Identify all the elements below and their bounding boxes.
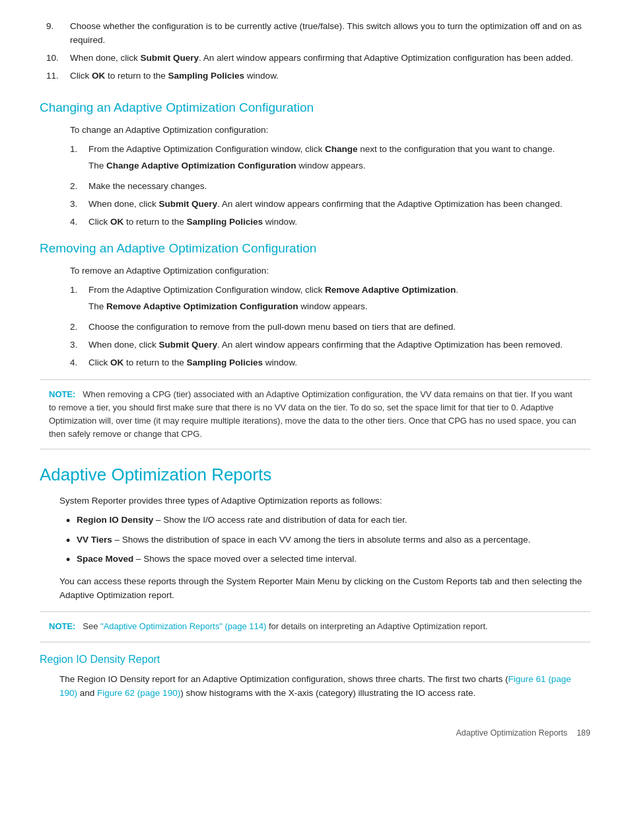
step-num-r1: 1. [70, 284, 88, 317]
bullet-region-io: • Region IO Density – Show the I/O acces… [59, 514, 590, 529]
bold-change: Change [325, 144, 358, 154]
step-num-1: 1. [70, 143, 88, 176]
bold-change-window: Change Adaptive Optimization Configurati… [106, 161, 297, 171]
removing-step-2: 2. Choose the configuration to remove fr… [70, 321, 590, 334]
ao-reports-heading: Adaptive Optimization Reports [40, 461, 590, 488]
step-content-4: Click OK to return to the Sampling Polic… [88, 215, 590, 229]
ao-reports-section: Adaptive Optimization Reports System Rep… [40, 461, 590, 642]
note-label-2: NOTE: [49, 621, 83, 631]
bullet-space-moved: • Space Moved – Shows the space moved ov… [59, 553, 590, 568]
bold-ok-3: OK [110, 358, 123, 367]
figure-62-link[interactable]: Figure 62 (page 190) [97, 688, 180, 698]
removing-step-1: 1. From the Adaptive Optimization Config… [70, 284, 590, 317]
removing-note-text: When removing a CPG (tier) associated wi… [49, 389, 576, 439]
bullet-dot-3: • [66, 553, 77, 568]
note-label-1: NOTE: [49, 389, 83, 399]
step-num-r3: 3. [70, 338, 88, 352]
step-num-r4: 4. [70, 356, 88, 370]
list-item-10: 10. When done, click Submit Query. An al… [40, 52, 590, 65]
bold-ok-1: OK [92, 71, 105, 81]
bold-vv-tiers: VV Tiers [77, 535, 112, 545]
changing-step-4: 4. Click OK to return to the Sampling Po… [70, 215, 590, 229]
region-io-content: The Region IO Density report for an Adap… [40, 673, 590, 701]
list-num-11: 11. [46, 69, 70, 83]
bold-ok-2: OK [110, 217, 123, 227]
step-num-r2: 2. [70, 321, 88, 334]
ao-reports-note-link[interactable]: "Adaptive Optimization Reports" (page 11… [100, 621, 266, 631]
bold-submit-query-2: Submit Query [159, 199, 218, 209]
footer-text: Adaptive Optimization Reports 189 [456, 727, 590, 740]
list-num-9: 9. [46, 20, 70, 48]
step-num-4: 4. [70, 215, 88, 229]
bullet-vv-tiers: • VV Tiers – Shows the distribution of s… [59, 533, 590, 549]
list-num-10: 10. [46, 52, 70, 65]
bold-space-moved: Space Moved [77, 554, 133, 564]
step-num-3: 3. [70, 198, 88, 211]
ao-reports-note-text: See "Adaptive Optimization Reports" (pag… [83, 621, 487, 631]
bold-sampling-1: Sampling Policies [168, 71, 245, 81]
bold-remove-window: Remove Adaptive Optimization Configurati… [106, 301, 298, 311]
bullet-dot-2: • [66, 533, 77, 549]
step-content-1: From the Adaptive Optimization Configura… [88, 143, 590, 176]
list-text-10: When done, click Submit Query. An alert … [70, 52, 590, 65]
changing-heading: Changing an Adaptive Optimization Config… [40, 98, 590, 117]
removing-steps: 1. From the Adaptive Optimization Config… [70, 284, 590, 370]
step-content-2: Make the necessary changes. [88, 180, 590, 194]
region-io-section: Region IO Density Report The Region IO D… [40, 652, 590, 701]
step-content-r2: Choose the configuration to remove from … [88, 321, 590, 334]
changing-section: Changing an Adaptive Optimization Config… [40, 98, 590, 229]
page-content: 9. Choose whether the configuration is t… [40, 20, 590, 740]
bold-region-io: Region IO Density [77, 515, 153, 525]
region-io-text: The Region IO Density report for an Adap… [59, 673, 590, 701]
removing-content: To remove an Adaptive Optimization confi… [40, 264, 590, 370]
list-text-11: Click OK to return to the Sampling Polic… [70, 69, 590, 83]
step-content-r1: From the Adaptive Optimization Configura… [88, 284, 590, 317]
changing-content: To change an Adaptive Optimization confi… [40, 124, 590, 229]
removing-heading: Removing an Adaptive Optimization Config… [40, 239, 590, 258]
removing-note-box: NOTE: When removing a CPG (tier) associa… [40, 379, 590, 450]
removing-step-4: 4. Click OK to return to the Sampling Po… [70, 356, 590, 370]
removing-step-3: 3. When done, click Submit Query. An ale… [70, 338, 590, 352]
step-content-3: When done, click Submit Query. An alert … [88, 198, 590, 211]
bold-sampling-3: Sampling Policies [187, 358, 263, 367]
intro-list: 9. Choose whether the configuration is t… [40, 20, 590, 83]
changing-step-2: 2. Make the necessary changes. [70, 180, 590, 194]
bold-submit-query-1: Submit Query [141, 53, 199, 63]
changing-step-1: 1. From the Adaptive Optimization Config… [70, 143, 590, 176]
step-num-2: 2. [70, 180, 88, 194]
bold-submit-query-3: Submit Query [159, 340, 218, 350]
bullet-text-2: VV Tiers – Shows the distribution of spa… [77, 533, 590, 547]
region-io-heading: Region IO Density Report [40, 652, 590, 668]
step-sub-r1: The Remove Adaptive Optimization Configu… [88, 300, 590, 314]
list-text-9: Choose whether the configuration is to b… [70, 20, 590, 48]
bullet-dot-1: • [66, 514, 77, 529]
ao-reports-note-box: NOTE: See "Adaptive Optimization Reports… [40, 611, 590, 642]
step-content-r4: Click OK to return to the Sampling Polic… [88, 356, 590, 370]
step-sub-1: The Change Adaptive Optimization Configu… [88, 159, 590, 173]
changing-steps: 1. From the Adaptive Optimization Config… [70, 143, 590, 229]
changing-step-3: 3. When done, click Submit Query. An ale… [70, 198, 590, 211]
page-footer: Adaptive Optimization Reports 189 [40, 727, 590, 740]
bullet-text-3: Space Moved – Shows the space moved over… [77, 553, 590, 566]
bold-sampling-2: Sampling Policies [187, 217, 263, 227]
step-content-r3: When done, click Submit Query. An alert … [88, 338, 590, 352]
bullet-text-1: Region IO Density – Show the I/O access … [77, 514, 590, 527]
ao-reports-intro: System Reporter provides three types of … [59, 494, 590, 508]
list-item-11: 11. Click OK to return to the Sampling P… [40, 69, 590, 83]
removing-intro: To remove an Adaptive Optimization confi… [70, 264, 590, 278]
list-item-9: 9. Choose whether the configuration is t… [40, 20, 590, 48]
removing-section: Removing an Adaptive Optimization Config… [40, 239, 590, 450]
ao-reports-bullets: • Region IO Density – Show the I/O acces… [59, 514, 590, 568]
bold-remove-ao: Remove Adaptive Optimization [325, 285, 456, 295]
changing-intro: To change an Adaptive Optimization confi… [70, 124, 590, 137]
ao-reports-outro: You can access these reports through the… [59, 575, 590, 603]
ao-reports-content: System Reporter provides three types of … [40, 494, 590, 602]
